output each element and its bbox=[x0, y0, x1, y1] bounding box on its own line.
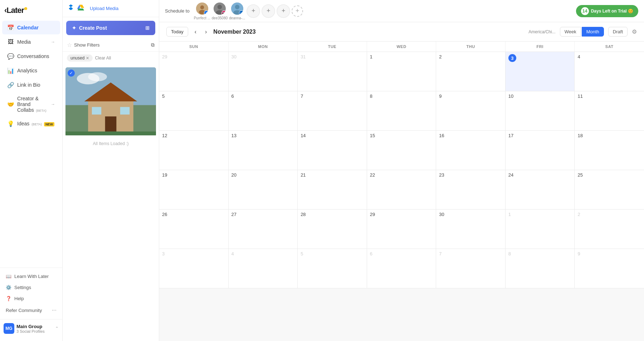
profile-purrfect[interactable]: f Purrfect ... bbox=[194, 2, 210, 20]
calendar-cell[interactable]: 1 bbox=[367, 52, 436, 91]
svg-rect-9 bbox=[65, 131, 156, 135]
calendar-cell[interactable]: 28 bbox=[298, 210, 367, 249]
sidebar-item-calendar[interactable]: 📅 Calendar bbox=[2, 21, 60, 34]
day-number: 21 bbox=[301, 172, 364, 178]
sidebar-item-analytics[interactable]: 📊 Analytics bbox=[2, 64, 60, 77]
upload-media-link[interactable]: Upload Media bbox=[90, 6, 118, 11]
profile-circle-1[interactable]: + bbox=[247, 4, 260, 18]
media-item[interactable]: ✓ bbox=[65, 67, 156, 137]
refer-community-row[interactable]: Refer Community ··· bbox=[2, 304, 60, 316]
prev-month-button[interactable]: ‹ bbox=[192, 27, 199, 37]
profile-dee35080[interactable]: 📷 dee35080 bbox=[212, 2, 228, 20]
calendar-cell[interactable]: 18 bbox=[575, 131, 644, 170]
day-number: 13 bbox=[231, 133, 295, 138]
svg-point-3 bbox=[88, 72, 107, 81]
month-view-button[interactable]: Month bbox=[582, 27, 604, 37]
sidebar-item-media[interactable]: 🖼 Media → bbox=[2, 35, 60, 49]
calendar-cell[interactable]: 4 bbox=[229, 249, 298, 288]
calendar-cell[interactable]: 31 bbox=[298, 52, 367, 91]
draft-button[interactable]: Draft bbox=[608, 27, 628, 37]
calendar-cell[interactable]: 8 bbox=[367, 91, 436, 131]
google-drive-icon[interactable] bbox=[77, 4, 85, 13]
calendar-cell[interactable]: 22 bbox=[367, 170, 436, 210]
main-content: Schedule to f Purrfect ... bbox=[159, 0, 644, 341]
profile-avatar-deanna[interactable]: in bbox=[230, 2, 244, 15]
create-post-button[interactable]: ✦ Create Post ⊞ bbox=[66, 21, 155, 35]
sidebar-item-creator-brand[interactable]: 🤝 Creator & Brand Collabs (BETA) → bbox=[2, 92, 60, 116]
calendar-cell[interactable]: 16 bbox=[436, 131, 506, 170]
calendar-cell[interactable]: 30 bbox=[436, 210, 506, 249]
star-button[interactable]: ☆ bbox=[67, 42, 72, 48]
day-number: 1 bbox=[370, 54, 433, 59]
sidebar-item-link-in-bio[interactable]: 🔗 Link in Bio bbox=[2, 78, 60, 92]
calendar-cell[interactable]: 25 bbox=[575, 170, 644, 210]
calendar-cell[interactable]: 10 bbox=[506, 91, 575, 131]
calendar-settings-button[interactable]: ⚙ bbox=[632, 28, 637, 35]
calendar-cell[interactable]: 6 bbox=[367, 249, 436, 288]
calendar-cell[interactable]: 15 bbox=[367, 131, 436, 170]
clear-all-button[interactable]: Clear All bbox=[95, 56, 111, 61]
calendar-cell[interactable]: 2 bbox=[436, 52, 506, 91]
calendar-cell[interactable]: 6 bbox=[229, 91, 298, 131]
calendar-cell[interactable]: 5 bbox=[159, 91, 229, 131]
sidebar-item-ideas[interactable]: 💡 Ideas (BETA) NEW bbox=[2, 117, 60, 130]
sidebar-item-settings[interactable]: ⚙️ Settings bbox=[2, 282, 60, 293]
calendar-cell[interactable]: 20 bbox=[229, 170, 298, 210]
profile-deanna[interactable]: in deanna-... bbox=[229, 2, 245, 20]
calendar-cell[interactable]: 14 bbox=[298, 131, 367, 170]
linkedin-badge: in bbox=[239, 10, 244, 15]
calendar-cell[interactable]: 29 bbox=[159, 52, 229, 91]
dropbox-icon[interactable] bbox=[67, 4, 75, 13]
profile-circle-3[interactable]: + bbox=[277, 4, 290, 18]
calendar-cell[interactable]: 23 bbox=[436, 170, 506, 210]
profile-circle-2[interactable]: + bbox=[262, 4, 275, 18]
calendar-cell[interactable]: 12 bbox=[159, 131, 229, 170]
today-button[interactable]: Today bbox=[166, 27, 188, 37]
sidebar-item-conversations[interactable]: 💬 Conversations bbox=[2, 49, 60, 63]
week-view-button[interactable]: Week bbox=[560, 27, 581, 37]
calendar-title: November 2023 bbox=[213, 29, 524, 35]
day-number: 16 bbox=[439, 133, 502, 138]
refer-dots[interactable]: ··· bbox=[52, 307, 57, 313]
learn-label: Learn With Later bbox=[14, 274, 49, 279]
workspace-bar[interactable]: MG Main Group 3 Social Profiles ⌃ bbox=[0, 319, 62, 337]
trial-badge[interactable]: 14 Days Left on Trial 😊 bbox=[576, 5, 638, 17]
next-month-button[interactable]: › bbox=[203, 27, 209, 37]
calendar-cell[interactable]: 27 bbox=[229, 210, 298, 249]
calendar-cell[interactable]: 3 bbox=[506, 52, 575, 91]
calendar-cell[interactable]: 29 bbox=[367, 210, 436, 249]
learn-icon: 📖 bbox=[6, 274, 11, 279]
calendar-cell[interactable]: 30 bbox=[229, 52, 298, 91]
calendar-cell[interactable]: 21 bbox=[298, 170, 367, 210]
profile-avatar-purrfect[interactable]: f bbox=[195, 2, 209, 15]
calendar-cell[interactable]: 13 bbox=[229, 131, 298, 170]
calendar-cell[interactable]: 9 bbox=[575, 249, 644, 288]
calendar-cell[interactable]: 7 bbox=[436, 249, 506, 288]
svg-point-14 bbox=[218, 5, 222, 9]
calendar-cell[interactable]: 11 bbox=[575, 91, 644, 131]
calendar-cell[interactable]: 8 bbox=[506, 249, 575, 288]
tag-remove-button[interactable]: ✕ bbox=[86, 56, 89, 61]
filter-options-button[interactable]: ⧉ bbox=[151, 42, 155, 48]
calendar-cell[interactable]: 7 bbox=[298, 91, 367, 131]
calendar-cell[interactable]: 5 bbox=[298, 249, 367, 288]
calendar-cell[interactable]: 19 bbox=[159, 170, 229, 210]
calendar-cell[interactable]: 4 bbox=[575, 52, 644, 91]
day-number: 14 bbox=[301, 133, 364, 138]
calendar-cell[interactable]: 24 bbox=[506, 170, 575, 210]
day-number: 30 bbox=[231, 54, 295, 59]
profile-avatar-dee35080[interactable]: 📷 bbox=[213, 2, 226, 15]
calendar-cell[interactable]: 26 bbox=[159, 210, 229, 249]
calendar-cell[interactable]: 9 bbox=[436, 91, 506, 131]
show-filters-button[interactable]: Show Filters bbox=[74, 42, 149, 48]
calendar-cell[interactable]: 1 bbox=[506, 210, 575, 249]
calendar-cell[interactable]: 3 bbox=[159, 249, 229, 288]
calendar-cell[interactable]: 17 bbox=[506, 131, 575, 170]
arrow-icon: → bbox=[51, 39, 55, 44]
sidebar-item-learn[interactable]: 📖 Learn With Later bbox=[2, 271, 60, 282]
add-profile-button[interactable]: + bbox=[292, 5, 303, 17]
sidebar-item-help[interactable]: ❓ Help bbox=[2, 293, 60, 304]
calendar-cell[interactable]: 2 bbox=[575, 210, 644, 249]
day-number: 11 bbox=[577, 93, 641, 99]
calendar-header: Today ‹ › November 2023 America/Chi... W… bbox=[159, 22, 644, 42]
